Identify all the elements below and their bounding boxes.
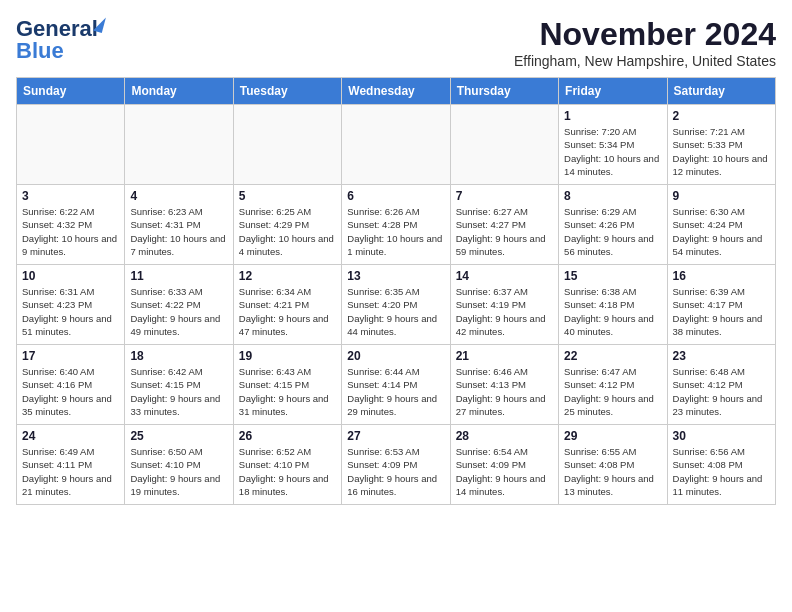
- day-number: 27: [347, 429, 444, 443]
- calendar-cell: 25Sunrise: 6:50 AM Sunset: 4:10 PM Dayli…: [125, 425, 233, 505]
- calendar-week-row: 17Sunrise: 6:40 AM Sunset: 4:16 PM Dayli…: [17, 345, 776, 425]
- calendar-cell: 8Sunrise: 6:29 AM Sunset: 4:26 PM Daylig…: [559, 185, 667, 265]
- day-info: Sunrise: 6:38 AM Sunset: 4:18 PM Dayligh…: [564, 285, 661, 338]
- calendar-cell: 13Sunrise: 6:35 AM Sunset: 4:20 PM Dayli…: [342, 265, 450, 345]
- day-info: Sunrise: 6:54 AM Sunset: 4:09 PM Dayligh…: [456, 445, 553, 498]
- day-info: Sunrise: 6:37 AM Sunset: 4:19 PM Dayligh…: [456, 285, 553, 338]
- calendar-cell: 27Sunrise: 6:53 AM Sunset: 4:09 PM Dayli…: [342, 425, 450, 505]
- calendar-cell: 4Sunrise: 6:23 AM Sunset: 4:31 PM Daylig…: [125, 185, 233, 265]
- calendar-cell: 16Sunrise: 6:39 AM Sunset: 4:17 PM Dayli…: [667, 265, 775, 345]
- calendar-cell: 9Sunrise: 6:30 AM Sunset: 4:24 PM Daylig…: [667, 185, 775, 265]
- day-info: Sunrise: 6:22 AM Sunset: 4:32 PM Dayligh…: [22, 205, 119, 258]
- calendar-cell: 5Sunrise: 6:25 AM Sunset: 4:29 PM Daylig…: [233, 185, 341, 265]
- calendar-cell: 1Sunrise: 7:20 AM Sunset: 5:34 PM Daylig…: [559, 105, 667, 185]
- day-info: Sunrise: 6:46 AM Sunset: 4:13 PM Dayligh…: [456, 365, 553, 418]
- day-number: 24: [22, 429, 119, 443]
- calendar-cell: 24Sunrise: 6:49 AM Sunset: 4:11 PM Dayli…: [17, 425, 125, 505]
- calendar-header-row: SundayMondayTuesdayWednesdayThursdayFrid…: [17, 78, 776, 105]
- calendar-cell: 30Sunrise: 6:56 AM Sunset: 4:08 PM Dayli…: [667, 425, 775, 505]
- day-info: Sunrise: 6:40 AM Sunset: 4:16 PM Dayligh…: [22, 365, 119, 418]
- location-subtitle: Effingham, New Hampshire, United States: [514, 53, 776, 69]
- logo: General Blue: [16, 16, 98, 64]
- weekday-header-thursday: Thursday: [450, 78, 558, 105]
- calendar-cell: 12Sunrise: 6:34 AM Sunset: 4:21 PM Dayli…: [233, 265, 341, 345]
- calendar-table: SundayMondayTuesdayWednesdayThursdayFrid…: [16, 77, 776, 505]
- calendar-week-row: 3Sunrise: 6:22 AM Sunset: 4:32 PM Daylig…: [17, 185, 776, 265]
- calendar-cell: 22Sunrise: 6:47 AM Sunset: 4:12 PM Dayli…: [559, 345, 667, 425]
- calendar-week-row: 10Sunrise: 6:31 AM Sunset: 4:23 PM Dayli…: [17, 265, 776, 345]
- day-info: Sunrise: 7:21 AM Sunset: 5:33 PM Dayligh…: [673, 125, 770, 178]
- day-number: 16: [673, 269, 770, 283]
- calendar-week-row: 24Sunrise: 6:49 AM Sunset: 4:11 PM Dayli…: [17, 425, 776, 505]
- calendar-cell: 6Sunrise: 6:26 AM Sunset: 4:28 PM Daylig…: [342, 185, 450, 265]
- calendar-cell: 11Sunrise: 6:33 AM Sunset: 4:22 PM Dayli…: [125, 265, 233, 345]
- day-number: 13: [347, 269, 444, 283]
- day-number: 19: [239, 349, 336, 363]
- calendar-cell: 7Sunrise: 6:27 AM Sunset: 4:27 PM Daylig…: [450, 185, 558, 265]
- day-info: Sunrise: 6:47 AM Sunset: 4:12 PM Dayligh…: [564, 365, 661, 418]
- day-number: 3: [22, 189, 119, 203]
- day-number: 22: [564, 349, 661, 363]
- day-info: Sunrise: 6:42 AM Sunset: 4:15 PM Dayligh…: [130, 365, 227, 418]
- calendar-cell: 26Sunrise: 6:52 AM Sunset: 4:10 PM Dayli…: [233, 425, 341, 505]
- day-number: 14: [456, 269, 553, 283]
- calendar-cell: 29Sunrise: 6:55 AM Sunset: 4:08 PM Dayli…: [559, 425, 667, 505]
- day-info: Sunrise: 6:49 AM Sunset: 4:11 PM Dayligh…: [22, 445, 119, 498]
- day-info: Sunrise: 6:26 AM Sunset: 4:28 PM Dayligh…: [347, 205, 444, 258]
- day-info: Sunrise: 6:23 AM Sunset: 4:31 PM Dayligh…: [130, 205, 227, 258]
- day-info: Sunrise: 6:52 AM Sunset: 4:10 PM Dayligh…: [239, 445, 336, 498]
- day-number: 2: [673, 109, 770, 123]
- day-info: Sunrise: 6:48 AM Sunset: 4:12 PM Dayligh…: [673, 365, 770, 418]
- weekday-header-monday: Monday: [125, 78, 233, 105]
- day-info: Sunrise: 6:35 AM Sunset: 4:20 PM Dayligh…: [347, 285, 444, 338]
- day-number: 12: [239, 269, 336, 283]
- title-area: November 2024 Effingham, New Hampshire, …: [514, 16, 776, 69]
- calendar-cell: 10Sunrise: 6:31 AM Sunset: 4:23 PM Dayli…: [17, 265, 125, 345]
- day-number: 30: [673, 429, 770, 443]
- day-info: Sunrise: 6:29 AM Sunset: 4:26 PM Dayligh…: [564, 205, 661, 258]
- header: General Blue November 2024 Effingham, Ne…: [16, 16, 776, 69]
- day-number: 25: [130, 429, 227, 443]
- day-info: Sunrise: 6:43 AM Sunset: 4:15 PM Dayligh…: [239, 365, 336, 418]
- day-number: 28: [456, 429, 553, 443]
- calendar-cell: 17Sunrise: 6:40 AM Sunset: 4:16 PM Dayli…: [17, 345, 125, 425]
- day-info: Sunrise: 6:33 AM Sunset: 4:22 PM Dayligh…: [130, 285, 227, 338]
- day-number: 5: [239, 189, 336, 203]
- day-info: Sunrise: 6:31 AM Sunset: 4:23 PM Dayligh…: [22, 285, 119, 338]
- day-info: Sunrise: 6:39 AM Sunset: 4:17 PM Dayligh…: [673, 285, 770, 338]
- calendar-cell: 15Sunrise: 6:38 AM Sunset: 4:18 PM Dayli…: [559, 265, 667, 345]
- calendar-cell: 19Sunrise: 6:43 AM Sunset: 4:15 PM Dayli…: [233, 345, 341, 425]
- day-info: Sunrise: 6:27 AM Sunset: 4:27 PM Dayligh…: [456, 205, 553, 258]
- day-info: Sunrise: 6:30 AM Sunset: 4:24 PM Dayligh…: [673, 205, 770, 258]
- calendar-cell: 14Sunrise: 6:37 AM Sunset: 4:19 PM Dayli…: [450, 265, 558, 345]
- weekday-header-tuesday: Tuesday: [233, 78, 341, 105]
- day-number: 17: [22, 349, 119, 363]
- logo-general: General: [16, 16, 98, 41]
- month-title: November 2024: [514, 16, 776, 53]
- day-info: Sunrise: 6:53 AM Sunset: 4:09 PM Dayligh…: [347, 445, 444, 498]
- day-info: Sunrise: 6:25 AM Sunset: 4:29 PM Dayligh…: [239, 205, 336, 258]
- calendar-cell: 28Sunrise: 6:54 AM Sunset: 4:09 PM Dayli…: [450, 425, 558, 505]
- calendar-cell: [17, 105, 125, 185]
- weekday-header-friday: Friday: [559, 78, 667, 105]
- day-number: 18: [130, 349, 227, 363]
- calendar-cell: 2Sunrise: 7:21 AM Sunset: 5:33 PM Daylig…: [667, 105, 775, 185]
- calendar-cell: 18Sunrise: 6:42 AM Sunset: 4:15 PM Dayli…: [125, 345, 233, 425]
- calendar-cell: [450, 105, 558, 185]
- day-number: 4: [130, 189, 227, 203]
- day-info: Sunrise: 6:50 AM Sunset: 4:10 PM Dayligh…: [130, 445, 227, 498]
- calendar-week-row: 1Sunrise: 7:20 AM Sunset: 5:34 PM Daylig…: [17, 105, 776, 185]
- day-info: Sunrise: 6:34 AM Sunset: 4:21 PM Dayligh…: [239, 285, 336, 338]
- calendar-cell: 23Sunrise: 6:48 AM Sunset: 4:12 PM Dayli…: [667, 345, 775, 425]
- day-number: 21: [456, 349, 553, 363]
- day-number: 7: [456, 189, 553, 203]
- day-info: Sunrise: 6:56 AM Sunset: 4:08 PM Dayligh…: [673, 445, 770, 498]
- day-info: Sunrise: 7:20 AM Sunset: 5:34 PM Dayligh…: [564, 125, 661, 178]
- day-number: 6: [347, 189, 444, 203]
- calendar-cell: 21Sunrise: 6:46 AM Sunset: 4:13 PM Dayli…: [450, 345, 558, 425]
- day-number: 15: [564, 269, 661, 283]
- day-number: 11: [130, 269, 227, 283]
- day-number: 10: [22, 269, 119, 283]
- weekday-header-sunday: Sunday: [17, 78, 125, 105]
- day-number: 8: [564, 189, 661, 203]
